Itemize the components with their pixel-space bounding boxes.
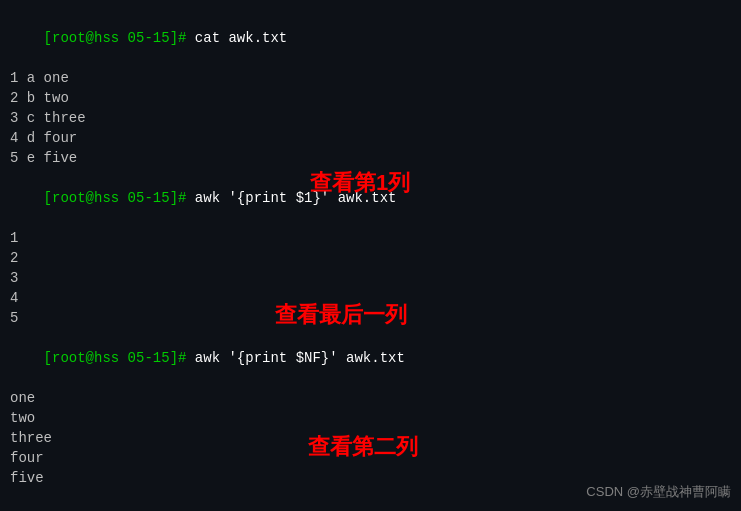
command-3: awk '{print $NF}' awk.txt	[195, 350, 405, 366]
prompt-2: [root@hss 05-15]#	[44, 190, 195, 206]
output-3: 3 c three	[10, 108, 731, 128]
output-2: 2 b two	[10, 88, 731, 108]
watermark: CSDN @赤壁战神曹阿瞒	[586, 483, 731, 501]
terminal: [root@hss 05-15]# cat awk.txt 1 a one 2 …	[0, 0, 741, 511]
line-3: [root@hss 05-15]# awk '{print $NF}' awk.…	[10, 328, 731, 388]
output-7: 2	[10, 248, 731, 268]
output-5: 5 e five	[10, 148, 731, 168]
output-4: 4 d four	[10, 128, 731, 148]
output-6: 1	[10, 228, 731, 248]
output-12: two	[10, 408, 731, 428]
annotation-3: 查看第二列	[308, 432, 418, 462]
annotation-2: 查看最后一列	[275, 300, 407, 330]
prompt-3: [root@hss 05-15]#	[44, 350, 195, 366]
prompt-1: [root@hss 05-15]#	[44, 30, 195, 46]
command-1: cat awk.txt	[195, 30, 287, 46]
output-11: one	[10, 388, 731, 408]
output-1: 1 a one	[10, 68, 731, 88]
annotation-1: 查看第1列	[310, 168, 410, 198]
output-8: 3	[10, 268, 731, 288]
line-1: [root@hss 05-15]# cat awk.txt	[10, 8, 731, 68]
